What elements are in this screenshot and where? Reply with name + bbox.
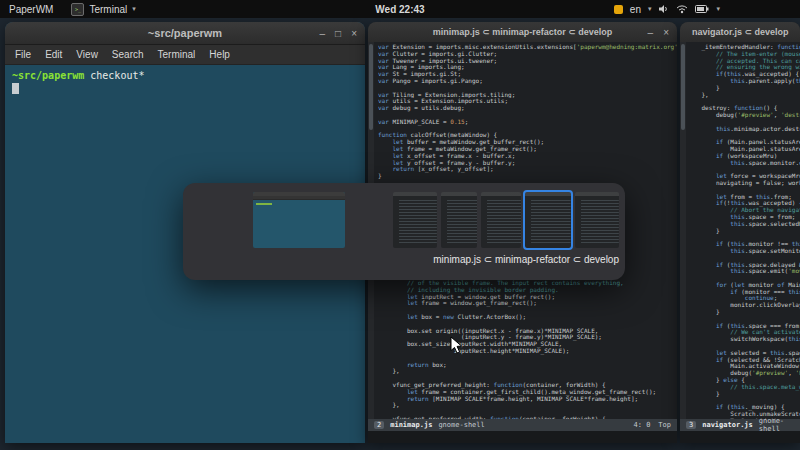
menu-help[interactable]: Help [203,48,236,61]
buffer-name: navigator.js [702,421,753,429]
minimap-thumbnail-editor[interactable] [575,192,619,248]
editor-minimap-titlebar[interactable]: minimap.js ⊂ minimap-refactor ⊂ develop … [368,22,677,43]
chevron-down-icon: ▾ [132,5,136,13]
system-status-area[interactable]: en ▾ ▾ [614,0,720,18]
volume-icon [658,4,669,14]
buffer-index-badge: 2 [374,421,384,429]
keyboard-layout-indicator[interactable]: en [630,4,641,15]
editor-window-navigator: navigator.js ⊂ develop _itemEnteredHandl… [680,22,800,443]
major-mode: gnome-shell [438,421,484,429]
desktop: PaperWM >_ Terminal ▾ Wed 22:43 en ▾ [0,0,800,450]
clock[interactable]: Wed 22:43 [367,0,432,18]
minimap-thumbnail-editor[interactable] [441,192,477,248]
chevron-down-icon: ▾ [716,5,720,13]
terminal-titlebar[interactable]: ~src/paperwm – □ × [5,22,365,45]
shell-prompt-line: ~src/paperwm checkout* [12,69,358,82]
modeline: 2 minimap.js gnome-shell 4: 0 Top [368,419,677,431]
menu-terminal[interactable]: Terminal [152,48,202,61]
shell-cursor-line [12,82,358,95]
minimize-button[interactable]: – [648,27,654,38]
status-indicator-icon[interactable] [614,5,623,14]
editor-navigator-buffer[interactable]: _itemEnteredHandler: function() { // The… [680,42,800,443]
scroll-position: Top [658,421,671,429]
menu-edit[interactable]: Edit [39,48,68,61]
terminal-menubar: File Edit View Search Terminal Help [5,45,365,65]
editor-navigator-titlebar[interactable]: navigator.js ⊂ develop [680,22,800,43]
scrollbar-thumb[interactable] [681,44,685,130]
menu-view[interactable]: View [70,48,104,61]
minimap-popup: minimap.js ⊂ minimap-refactor ⊂ develop [183,183,625,280]
cursor-position: 4: 0 [633,421,650,429]
wifi-icon [676,4,688,14]
close-button[interactable]: × [663,27,669,38]
code-block[interactable]: _itemEnteredHandler: function() { // The… [687,44,800,431]
top-bar: PaperWM >_ Terminal ▾ Wed 22:43 en ▾ [0,0,800,18]
thumbnail-menubar [253,196,345,200]
code-block-top[interactable]: var Extension = imports.misc.extensionUt… [378,44,677,180]
minimap-thumbnail-terminal[interactable] [253,192,345,248]
focused-app-menu[interactable]: >_ Terminal ▾ [62,0,144,18]
terminal-app-icon: >_ [71,3,84,16]
minimap-selected-label: minimap.js ⊂ minimap-refactor ⊂ develop [393,254,619,265]
modeline: 3 navigator.js gnome-shell [680,419,800,431]
terminal-title: ~src/paperwm [148,27,222,39]
terminal-output[interactable]: ~src/paperwm checkout* [5,65,365,99]
menu-search[interactable]: Search [106,48,150,61]
chevron-down-icon: ▾ [648,5,652,13]
editor-navigator-title: navigator.js ⊂ develop [692,27,789,37]
thumbnail-terminal-body [253,203,345,205]
scrollbar[interactable] [680,42,686,419]
minimize-button[interactable]: – [320,28,326,39]
buffer-index-badge: 3 [686,421,696,429]
prompt-branch: checkout* [90,70,144,81]
maximize-button[interactable]: □ [335,28,341,39]
echo-area [368,431,677,443]
menu-file[interactable]: File [9,48,37,61]
minimap-thumbnail-editor[interactable] [481,192,521,248]
focused-app-label: Terminal [89,4,127,15]
minimap-thumbnail-editor[interactable] [393,192,437,248]
prompt-path: ~src/paperwm [12,70,84,81]
terminal-cursor [12,83,19,94]
battery-icon [695,5,709,13]
minimap-thumbnail-selected[interactable] [525,192,571,248]
buffer-name: minimap.js [390,421,432,429]
scrollbar-thumb[interactable] [369,44,373,130]
echo-area [680,431,800,443]
thumbnail-prompt [256,203,272,205]
editor-minimap-title: minimap.js ⊂ minimap-refactor ⊂ develop [433,27,613,37]
close-button[interactable]: × [351,28,357,39]
activities-button[interactable]: PaperWM [0,0,62,18]
